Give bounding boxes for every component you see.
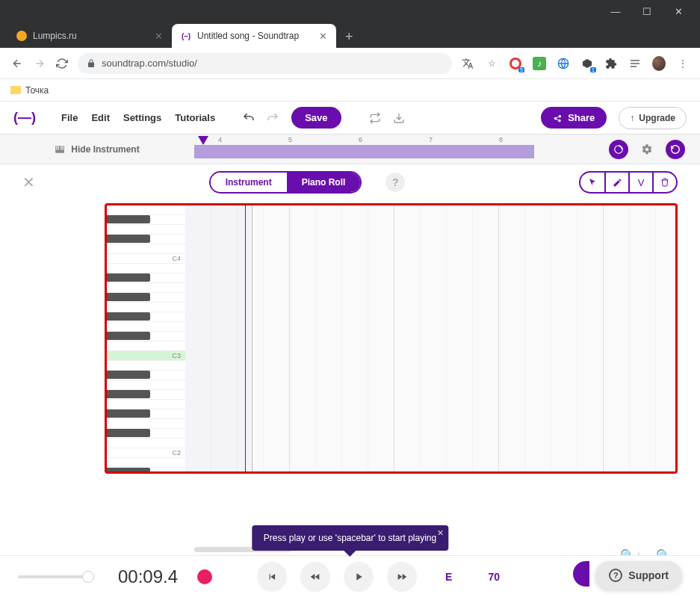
back-button[interactable]	[10, 57, 24, 70]
menu-items: File Edit Settings Tutorials	[61, 112, 215, 123]
playhead-handle-icon[interactable]	[198, 136, 208, 145]
toolbar-icons	[242, 111, 279, 125]
pencil-tool-icon[interactable]	[604, 173, 628, 192]
editor-mode-switch: Instrument Piano Roll	[209, 171, 362, 194]
forward-button[interactable]	[33, 57, 46, 70]
lock-icon	[87, 59, 96, 68]
extensions-puzzle-icon[interactable]	[604, 57, 618, 70]
bookmark-item[interactable]: Точка	[25, 85, 49, 96]
volume-slider[interactable]	[18, 575, 93, 578]
piano-icon	[55, 144, 65, 155]
share-icon	[553, 113, 563, 123]
menu-edit[interactable]: Edit	[91, 112, 110, 123]
app-logo-icon[interactable]: (—)	[13, 110, 36, 126]
folder-icon	[10, 86, 21, 94]
url-field[interactable]: soundtrap.com/studio/	[78, 53, 452, 74]
track-overview: Hide Instrument 4 5 6 7 8	[0, 134, 700, 164]
close-editor-icon[interactable]: ✕	[22, 173, 35, 191]
extension-green-icon[interactable]: ♪	[533, 57, 546, 70]
window-close-button[interactable]: ✕	[673, 6, 684, 16]
rewind-button[interactable]	[300, 562, 330, 592]
svg-rect-5	[63, 146, 64, 149]
note-grid[interactable]	[185, 205, 675, 471]
timeline-mini[interactable]: 4 5 6 7 8	[194, 134, 594, 164]
extension-red-icon[interactable]: 5	[509, 57, 522, 70]
profile-avatar[interactable]	[652, 57, 666, 70]
metronome-icon[interactable]	[609, 140, 628, 159]
pointer-tool-icon[interactable]	[580, 173, 604, 192]
hide-instrument-label: Hide Instrument	[71, 144, 139, 155]
piano-roll-highlighted-region: C4 C3 C2	[105, 203, 678, 474]
url-text: soundtrap.com/studio/	[102, 58, 197, 69]
timeline-markers: 4 5 6 7 8	[194, 136, 594, 143]
up-arrow-icon: ↑	[630, 113, 634, 123]
undo-icon[interactable]	[242, 111, 255, 125]
record-button[interactable]	[197, 569, 212, 584]
support-button[interactable]: ? Support	[595, 561, 682, 590]
new-tab-button[interactable]: +	[336, 26, 362, 48]
menu-tutorials[interactable]: Tutorials	[175, 112, 215, 123]
edit-tools: V	[579, 171, 678, 194]
skip-back-button[interactable]	[257, 562, 287, 592]
share-button[interactable]: Share	[541, 107, 607, 129]
help-icon[interactable]: ?	[385, 173, 405, 192]
support-label: Support	[628, 569, 669, 581]
browser-tab-soundtrap[interactable]: (–) Untitled song - Soundtrap ✕	[172, 24, 336, 48]
instrument-tab[interactable]: Instrument	[211, 173, 287, 192]
svg-rect-3	[58, 146, 59, 149]
key-signature[interactable]: E	[445, 571, 452, 583]
close-tab-icon[interactable]: ✕	[155, 31, 163, 42]
hide-instrument-button[interactable]: Hide Instrument	[0, 144, 194, 155]
favicon-icon	[16, 31, 27, 41]
fast-forward-button[interactable]	[387, 562, 417, 592]
overview-tools	[594, 140, 700, 159]
address-bar: soundtrap.com/studio/ ☆ 5 ♪ 1 ⋮	[0, 48, 700, 79]
reload-button[interactable]	[55, 57, 69, 70]
piano-roll[interactable]: C4 C3 C2	[107, 205, 675, 471]
close-tab-icon[interactable]: ✕	[319, 31, 327, 42]
playhead[interactable]	[245, 205, 246, 471]
tab-title: Lumpics.ru	[33, 31, 77, 41]
timecode[interactable]: 00:09.4	[118, 566, 178, 587]
piano-keyboard[interactable]: C4 C3 C2	[107, 205, 185, 471]
toolbar-icons-2	[368, 111, 406, 125]
settings-gear-icon[interactable]	[637, 140, 657, 159]
tooltip-text: Press play or use 'spacebar' to start pl…	[264, 533, 436, 543]
upgrade-button[interactable]: ↑ Upgrade	[619, 107, 687, 129]
tooltip-close-icon[interactable]: ✕	[437, 528, 444, 538]
translate-icon[interactable]	[461, 57, 474, 70]
delete-tool-icon[interactable]	[652, 173, 676, 192]
svg-rect-4	[61, 146, 61, 149]
app-toolbar: (—) File Edit Settings Tutorials Save Sh…	[0, 102, 700, 134]
menu-file[interactable]: File	[61, 112, 78, 123]
download-icon[interactable]	[392, 111, 406, 125]
bookmarks-bar: Точка	[0, 79, 700, 102]
extension-globe-icon[interactable]	[557, 57, 570, 70]
redo-icon[interactable]	[266, 111, 279, 125]
star-icon[interactable]: ☆	[485, 57, 498, 70]
extension-box-icon[interactable]: 1	[580, 57, 594, 70]
browser-tab-lumpics[interactable]: Lumpics.ru ✕	[7, 24, 172, 48]
velocity-tool[interactable]: V	[628, 173, 652, 192]
reading-list-icon[interactable]	[628, 57, 642, 70]
region-boundary	[185, 205, 253, 471]
save-button[interactable]: Save	[291, 107, 341, 129]
mini-region[interactable]	[194, 145, 534, 158]
play-button[interactable]	[344, 562, 374, 592]
play-tooltip: ✕ Press play or use 'spacebar' to start …	[252, 525, 448, 551]
tempo[interactable]: 70	[488, 571, 500, 583]
browser-tab-strip: Lumpics.ru ✕ (–) Untitled song - Soundtr…	[0, 22, 700, 48]
browser-menu-icon[interactable]: ⋮	[676, 57, 690, 70]
question-icon: ?	[609, 569, 622, 582]
volume-thumb[interactable]	[82, 571, 94, 583]
menu-settings[interactable]: Settings	[123, 112, 161, 123]
window-minimize-button[interactable]: —	[610, 6, 621, 16]
window-titlebar: — ☐ ✕	[0, 0, 700, 22]
svg-rect-2	[57, 146, 58, 149]
history-icon[interactable]	[666, 140, 685, 159]
piano-roll-tab[interactable]: Piano Roll	[287, 173, 361, 192]
window-maximize-button[interactable]: ☐	[642, 6, 652, 16]
editor-header: ✕ Instrument Piano Roll ? V	[0, 164, 700, 200]
loop-icon[interactable]	[368, 111, 382, 125]
favicon-icon: (–)	[181, 31, 191, 41]
